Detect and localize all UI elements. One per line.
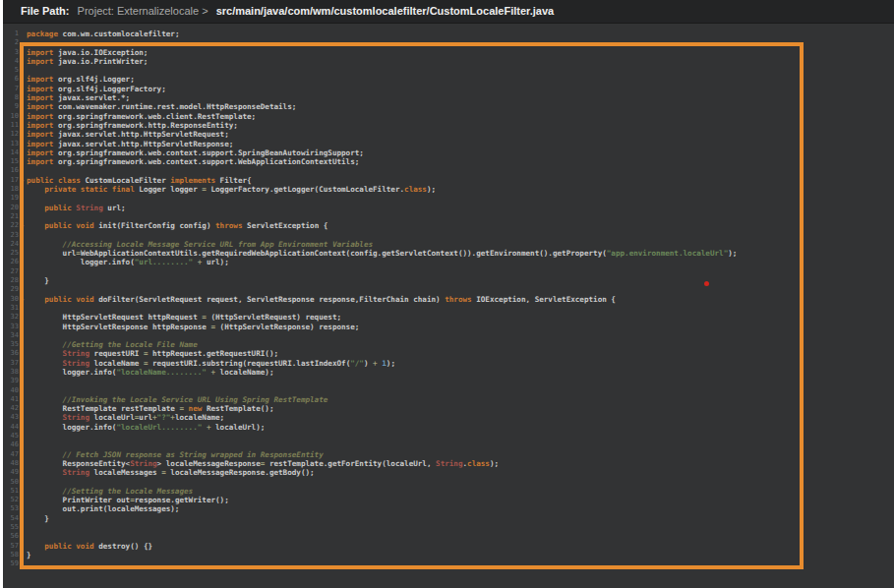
fold-spacer bbox=[19, 140, 27, 148]
code-line[interactable]: 30▾ public void doFilter(ServletRequest … bbox=[3, 295, 894, 304]
line-number: 14 bbox=[3, 148, 19, 157]
line-number: 58 bbox=[3, 551, 19, 559]
code-line[interactable]: 9import com.wavemaker.runtime.rest.model… bbox=[3, 102, 894, 111]
fold-marker-icon[interactable]: ▾ bbox=[19, 176, 27, 185]
annotation-dot bbox=[704, 281, 709, 286]
code-line[interactable]: 54 } bbox=[3, 514, 894, 523]
fold-spacer bbox=[19, 66, 27, 75]
line-number: 17 bbox=[3, 176, 19, 185]
code-line[interactable]: 59 bbox=[3, 559, 894, 568]
code-text: HttpServletRequest httpRequest = (HttpSe… bbox=[27, 313, 341, 322]
code-line[interactable]: 32 HttpServletRequest httpRequest = (Htt… bbox=[3, 313, 894, 322]
code-line[interactable]: 33 HttpServletResponse httpResponse = (H… bbox=[3, 323, 894, 331]
line-number: 25 bbox=[3, 249, 19, 258]
code-line[interactable]: 42 RestTemplate restTemplate = new RestT… bbox=[3, 404, 894, 413]
fold-spacer bbox=[19, 359, 27, 368]
code-line[interactable]: 51 //Setting the Locale Messages bbox=[3, 487, 894, 496]
fold-spacer bbox=[19, 194, 27, 203]
fold-spacer bbox=[19, 496, 27, 504]
code-line[interactable]: 20 public String url; bbox=[3, 204, 894, 212]
line-number: 24 bbox=[3, 240, 19, 249]
line-number: 48 bbox=[3, 459, 19, 468]
code-line[interactable]: 22▾ public void init(FilterConfig config… bbox=[3, 221, 894, 230]
code-line[interactable]: 13import javax.servlet.http.HttpServletR… bbox=[3, 140, 894, 148]
code-text: String requestURI = httpRequest.getReque… bbox=[27, 349, 278, 358]
code-line[interactable]: 44 logger.info("localeUrl........" + loc… bbox=[3, 423, 894, 432]
code-line[interactable]: 3import java.io.IOException; bbox=[3, 48, 894, 57]
fold-spacer bbox=[19, 276, 27, 285]
code-text: public void destroy() {} bbox=[27, 542, 152, 551]
line-number: 13 bbox=[3, 140, 19, 148]
fold-spacer bbox=[19, 166, 27, 175]
fold-marker-icon[interactable]: ▾ bbox=[19, 221, 27, 230]
line-number: 39 bbox=[3, 377, 19, 385]
code-text: //Accessing Locale Message Service URL f… bbox=[27, 240, 373, 249]
code-line[interactable]: 10import org.springframework.web.client.… bbox=[3, 112, 894, 121]
code-line[interactable]: 27 bbox=[3, 267, 894, 276]
code-area[interactable]: 1package com.wm.customlocalefilter;23imp… bbox=[3, 29, 894, 569]
code-line[interactable]: 37 String localeName = requestURI.substr… bbox=[3, 359, 894, 368]
code-line[interactable]: 34 bbox=[3, 331, 894, 340]
code-line[interactable]: 52 PrintWriter out=response.getWriter(); bbox=[3, 496, 894, 504]
line-number: 3 bbox=[3, 48, 19, 57]
code-line[interactable]: 46 bbox=[3, 441, 894, 449]
code-line[interactable]: 11import org.springframework.http.Respon… bbox=[3, 121, 894, 130]
fold-marker-icon[interactable]: ▾ bbox=[19, 295, 27, 304]
code-line[interactable]: 24 //Accessing Locale Message Service UR… bbox=[3, 240, 894, 249]
code-line[interactable]: 14import org.springframework.web.context… bbox=[3, 148, 894, 157]
code-line[interactable]: 5 bbox=[3, 66, 894, 75]
fold-spacer bbox=[19, 395, 27, 404]
code-line[interactable]: 58} bbox=[3, 551, 894, 559]
fold-spacer bbox=[19, 249, 27, 258]
code-line[interactable]: 8import javax.servlet.*; bbox=[3, 93, 894, 102]
code-line[interactable]: 23 bbox=[3, 231, 894, 240]
code-line[interactable]: 12import javax.servlet.http.HttpServletR… bbox=[3, 130, 894, 139]
code-line[interactable]: 53 out.print(localeMessages); bbox=[3, 504, 894, 513]
code-line[interactable]: 38 logger.info("localeName........" + lo… bbox=[3, 368, 894, 377]
code-line[interactable]: 48 ResponseEntity<String> localeMessageR… bbox=[3, 459, 894, 468]
code-line[interactable]: 4import java.io.PrintWriter; bbox=[3, 57, 894, 66]
code-text: import java.io.PrintWriter; bbox=[27, 57, 148, 66]
code-line[interactable]: 28 } bbox=[3, 276, 894, 285]
fold-spacer bbox=[19, 38, 27, 47]
code-line[interactable]: 16 bbox=[3, 166, 894, 175]
code-line[interactable]: 19 bbox=[3, 194, 894, 203]
code-line[interactable]: 25 url=WebApplicationContextUtils.getReq… bbox=[3, 249, 894, 258]
code-line[interactable]: 26 logger.info("url........" + url); bbox=[3, 258, 894, 266]
code-line[interactable]: 55 bbox=[3, 523, 894, 532]
line-number: 21 bbox=[3, 212, 19, 221]
code-line[interactable]: 39 bbox=[3, 377, 894, 385]
code-line[interactable]: 36 String requestURI = httpRequest.getRe… bbox=[3, 349, 894, 358]
code-line[interactable]: 15import org.springframework.web.context… bbox=[3, 157, 894, 166]
code-line[interactable]: 18 private static final Logger logger = … bbox=[3, 185, 894, 194]
fold-spacer bbox=[19, 212, 27, 221]
code-line[interactable]: 7import org.slf4j.LoggerFactory; bbox=[3, 85, 894, 93]
line-number: 47 bbox=[3, 450, 19, 459]
code-line[interactable]: 2 bbox=[3, 38, 894, 47]
line-number: 10 bbox=[3, 112, 19, 121]
code-line[interactable]: 1package com.wm.customlocalefilter; bbox=[3, 29, 894, 38]
code-text: String localeUrl=url+"?"+localeName; bbox=[27, 413, 224, 422]
code-line[interactable]: 47 // Fetch JSON response as String wrap… bbox=[3, 450, 894, 459]
code-line[interactable]: 31 bbox=[3, 304, 894, 313]
line-number: 37 bbox=[3, 359, 19, 368]
line-number: 29 bbox=[3, 285, 19, 294]
code-line[interactable]: 17▾public class CustomLocaleFilter imple… bbox=[3, 176, 894, 185]
code-line[interactable]: 21 bbox=[3, 212, 894, 221]
code-line[interactable]: 29 bbox=[3, 285, 894, 294]
code-line[interactable]: 45 bbox=[3, 432, 894, 441]
code-line[interactable]: 40 bbox=[3, 386, 894, 395]
line-number: 46 bbox=[3, 441, 19, 449]
fold-spacer bbox=[19, 404, 27, 413]
code-line[interactable]: 43 String localeUrl=url+"?"+localeName; bbox=[3, 413, 894, 422]
fold-spacer bbox=[19, 423, 27, 432]
code-line[interactable]: 49 String localeMessages = localeMessage… bbox=[3, 468, 894, 477]
code-line[interactable]: 35 //Getting the Locale File Name bbox=[3, 340, 894, 349]
code-line[interactable]: 50 bbox=[3, 478, 894, 487]
code-line[interactable]: 6import org.slf4j.Logger; bbox=[3, 75, 894, 84]
code-line[interactable]: 56 bbox=[3, 532, 894, 541]
code-line[interactable]: 57 public void destroy() {} bbox=[3, 542, 894, 551]
code-editor[interactable]: 1package com.wm.customlocalefilter;23imp… bbox=[3, 24, 894, 588]
code-text: } bbox=[27, 514, 49, 523]
code-line[interactable]: 41 //Invoking the Locale Service URL Usi… bbox=[3, 395, 894, 404]
